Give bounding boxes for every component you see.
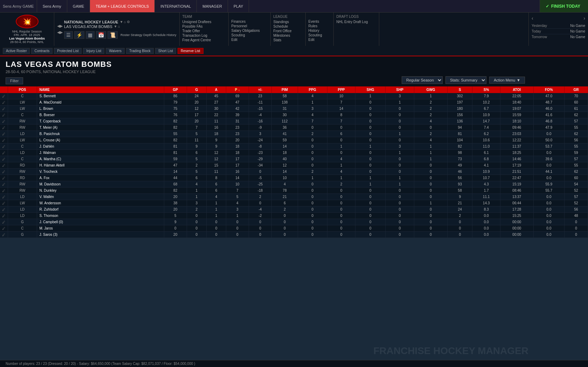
prev-arrow-icon[interactable]: ‹ [532, 15, 533, 21]
col-a[interactable]: A [206, 86, 226, 93]
schedule-link[interactable]: Schedule [274, 24, 303, 28]
cell-name[interactable]: J. Saros (3) [37, 232, 164, 238]
table-row[interactable]: 🖊LWL. Brown75123042-15313140021806.719:0… [0, 106, 588, 112]
col-gwg[interactable]: GWG [414, 86, 448, 93]
table-row[interactable]: 🖊RWT. Copenback82201131-161127700413614.… [0, 118, 588, 125]
possible-fas-link[interactable]: Possible FAs [182, 24, 226, 28]
milestones-link[interactable]: Milestones [274, 34, 303, 37]
table-row[interactable]: 🖊GJ. Saros (3)20000000000000.000:000.00 [0, 232, 588, 238]
edit2-link[interactable]: Edit [309, 38, 331, 42]
table-row[interactable]: 🖊RWT. Meier (A)8271623-93600000947.409:4… [0, 125, 588, 131]
rules-link[interactable]: Rules [309, 24, 331, 28]
col-plusminus[interactable]: +/- [249, 86, 271, 93]
nav-play[interactable]: PLAY [228, 0, 249, 12]
cell-name[interactable]: B. Pasichnuk [37, 131, 164, 137]
history-icon[interactable]: 📜 [108, 31, 118, 39]
finish-today-button[interactable]: ✓ FINISH TODAY [540, 0, 588, 12]
salary-obligations-link[interactable]: Salary Obligations [231, 29, 268, 33]
active-roster-btn[interactable]: Active Roster [3, 48, 30, 54]
cell-name[interactable]: H. Häman Aktell [37, 162, 164, 169]
history-link[interactable]: History [309, 29, 331, 33]
col-spct[interactable]: S% [472, 86, 500, 93]
finances-link[interactable]: Finances [231, 20, 268, 23]
table-row[interactable]: 🖊LWA. MacDonald79202747-111381701219710.… [0, 99, 588, 106]
action-menu-button[interactable]: Action Menu ▼ [489, 77, 525, 84]
arrow-left2-icon[interactable]: ◀▶ [57, 30, 63, 35]
table-row[interactable]: 🖊CS. Bennett8624456923584101313027.922:0… [0, 93, 588, 99]
cell-name[interactable]: L. Crouse (A) [37, 137, 164, 143]
table-row[interactable]: 🖊LDR. Zuhlsdorf20213-4200000248.317:280.… [0, 206, 588, 213]
unsigned-draftees-link[interactable]: Unsigned Draftees [182, 20, 226, 24]
cell-name[interactable]: A. Mantha (C) [37, 156, 164, 162]
events-link[interactable]: Events [309, 20, 331, 23]
cell-name[interactable]: M. Davidsson [37, 181, 164, 188]
protected-list-btn[interactable]: Protected List [54, 48, 82, 54]
trading-block-btn[interactable]: Trading Block [126, 48, 154, 54]
col-gr[interactable]: GR [565, 86, 588, 93]
front-office-link[interactable]: Front Office [274, 29, 303, 33]
filter-button[interactable]: Filter [6, 77, 23, 84]
settings-icon[interactable]: ⚙ [127, 20, 130, 24]
cell-name[interactable]: R. Zuhlsdorf [37, 206, 164, 213]
cell-name[interactable]: V. Trocheck [37, 169, 164, 175]
cell-name[interactable]: S. Bennett [37, 93, 164, 99]
nav-game[interactable]: GAME [67, 0, 90, 12]
table-row[interactable]: 🖊LDV. Wallén2014522100000911.113:370.057 [0, 194, 588, 200]
col-atoi[interactable]: ATOI [500, 86, 533, 93]
contracts-btn[interactable]: Contracts [31, 48, 53, 54]
roster-icon[interactable]: ☰ [64, 31, 73, 39]
col-fopct[interactable]: FO% [533, 86, 565, 93]
waivers-btn[interactable]: Waivers [106, 48, 125, 54]
stats-link[interactable]: Stats [274, 38, 303, 42]
col-s[interactable]: S [447, 86, 472, 93]
cell-name[interactable]: M. Jaros [37, 225, 164, 232]
cell-name[interactable]: B. Boeser [37, 112, 164, 118]
nav-team-league[interactable]: TEAM + LEAGUE CONTROLS [90, 0, 155, 12]
col-ppg[interactable]: PPG [298, 86, 327, 93]
stats-select[interactable]: Stats: Summary [445, 76, 486, 84]
season-select[interactable]: Regular Season [402, 76, 443, 84]
table-row[interactable]: 🖊LDB. Pasichnuk555182334126012816.223:03… [0, 131, 588, 137]
injury-list-btn[interactable]: Injury List [83, 48, 104, 54]
schedule-icon[interactable]: 📅 [96, 31, 106, 39]
short-list-btn[interactable]: Short List [155, 48, 176, 54]
col-p[interactable]: P ↓ [226, 86, 249, 93]
col-ppp[interactable]: PPP [327, 86, 355, 93]
cell-name[interactable]: T. Meier (A) [37, 125, 164, 131]
nav-international[interactable]: INTERNATIONAL [155, 0, 197, 12]
down2-icon[interactable]: ▼ [114, 24, 117, 28]
cell-name[interactable]: J. Dahlén [37, 143, 164, 150]
col-shg[interactable]: SHG [355, 86, 385, 93]
trade-offer-link[interactable]: Trade Offer [182, 29, 226, 33]
nav-sens-army[interactable]: Sens Army [37, 0, 67, 12]
table-row[interactable]: 🖊RWM. Davidsson684610-25402110934.315:19… [0, 181, 588, 188]
col-shp[interactable]: SHP [385, 86, 414, 93]
home-icon[interactable]: ⌂ [124, 20, 126, 24]
scouting2-link[interactable]: Scouting [309, 33, 331, 37]
table-row[interactable]: 🖊CM. Jaros0000000000000.000:000.00 [0, 225, 588, 232]
nav-manager[interactable]: MANAGER [197, 0, 228, 12]
cell-name[interactable]: L. Brown [37, 106, 164, 112]
strategy-icon[interactable]: ⚡ [74, 31, 84, 39]
down-icon[interactable]: ▼ [120, 20, 123, 24]
col-pos[interactable]: POS [8, 86, 37, 93]
standings-link[interactable]: Standings [274, 20, 303, 24]
col-name[interactable]: NAME [37, 86, 164, 93]
cell-name[interactable]: V. Wallén [37, 194, 164, 200]
personnel-link[interactable]: Personnel [231, 24, 268, 28]
cell-name[interactable]: N. Dunkley [37, 188, 164, 194]
arrow-left-icon[interactable]: ◀▶ [57, 24, 63, 28]
table-row[interactable]: 🖊RWV. Trocheck1451116014240004610.921:51… [0, 169, 588, 175]
cell-name[interactable]: T. Copenback [37, 118, 164, 125]
table-row[interactable]: 🖊LWW. Andersson3831406000012114.306:440.… [0, 200, 588, 206]
table-row[interactable]: 🖊LDJ. Walman8161218-231800011986.118:250… [0, 150, 588, 156]
table-row[interactable]: 🖊LDS. Thomson5011-200000020.015:250.048 [0, 213, 588, 219]
scouting-link[interactable]: Scouting [231, 33, 268, 37]
cell-name[interactable]: J. Campbell (0) [37, 219, 164, 225]
table-row[interactable]: 🖊CB. Boeser76172239-4304800215610.915:59… [0, 112, 588, 118]
depth-icon[interactable]: ▦ [86, 31, 95, 39]
table-row[interactable]: 🖊RDA. Fox446814-510111105610.722:470.060 [0, 175, 588, 181]
cell-name[interactable]: W. Andersson [37, 200, 164, 206]
table-row[interactable]: 🖊CA. Mantha (C)5951217-294004001736.814:… [0, 156, 588, 162]
cell-name[interactable]: A. Fox [37, 175, 164, 181]
